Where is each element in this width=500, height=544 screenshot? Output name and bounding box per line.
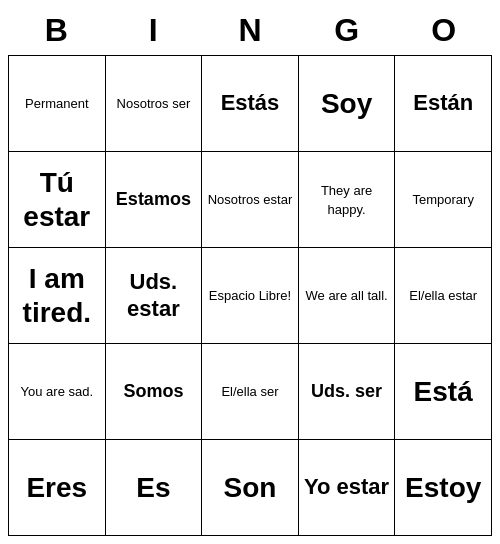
table-row[interactable]: Está — [395, 344, 492, 440]
table-row[interactable]: Estoy — [395, 440, 492, 536]
table-row[interactable]: Estás — [202, 56, 299, 152]
table-row[interactable]: Estamos — [105, 152, 202, 248]
letter-i: I — [105, 12, 202, 49]
table-row[interactable]: Yo estar — [298, 440, 395, 536]
table-row[interactable]: Nosotros estar — [202, 152, 299, 248]
table-row[interactable]: You are sad. — [9, 344, 106, 440]
table-row[interactable]: Soy — [298, 56, 395, 152]
letter-g: G — [298, 12, 395, 49]
table-row[interactable]: We are all tall. — [298, 248, 395, 344]
table-row[interactable]: Uds. estar — [105, 248, 202, 344]
table-row[interactable]: Temporary — [395, 152, 492, 248]
table-row[interactable]: I am tired. — [9, 248, 106, 344]
table-row[interactable]: El/ella ser — [202, 344, 299, 440]
table-row[interactable]: Eres — [9, 440, 106, 536]
table-row[interactable]: Uds. ser — [298, 344, 395, 440]
letter-o: O — [395, 12, 492, 49]
letter-b: B — [8, 12, 105, 49]
bingo-table: PermanentNosotros serEstásSoyEstánTú est… — [8, 55, 492, 536]
table-row[interactable]: They are happy. — [298, 152, 395, 248]
bingo-header: B I N G O — [8, 8, 492, 55]
letter-n: N — [202, 12, 299, 49]
table-row[interactable]: Permanent — [9, 56, 106, 152]
table-row[interactable]: Nosotros ser — [105, 56, 202, 152]
table-row[interactable]: Son — [202, 440, 299, 536]
table-row[interactable]: Es — [105, 440, 202, 536]
table-row[interactable]: Espacio Libre! — [202, 248, 299, 344]
table-row[interactable]: Están — [395, 56, 492, 152]
table-row[interactable]: Tú estar — [9, 152, 106, 248]
table-row[interactable]: El/ella estar — [395, 248, 492, 344]
table-row[interactable]: Somos — [105, 344, 202, 440]
